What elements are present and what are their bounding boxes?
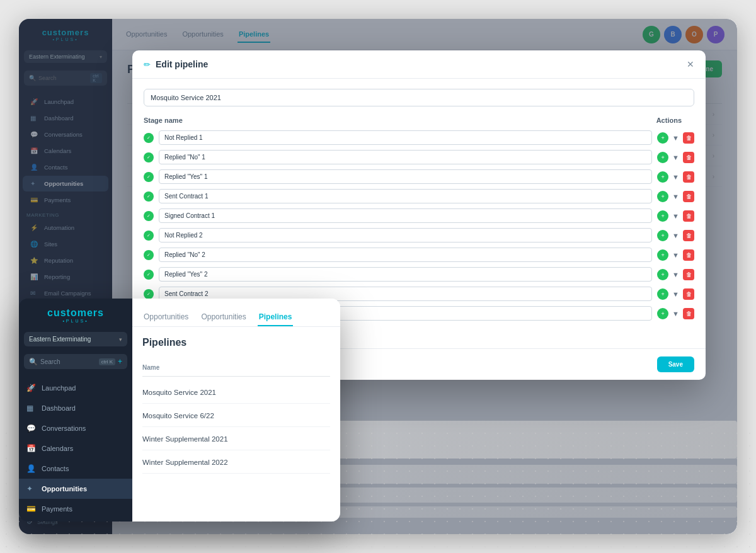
stage-delete-button[interactable]: 🗑 bbox=[683, 210, 694, 222]
stage-delete-button[interactable]: 🗑 bbox=[683, 230, 694, 241]
stage-input-8[interactable] bbox=[159, 267, 652, 282]
modal-close-button[interactable]: ✕ bbox=[687, 59, 694, 69]
float-nav-opportunities[interactable]: ✦ Opportunities bbox=[19, 479, 132, 499]
float-nav-label: Contacts bbox=[42, 465, 69, 472]
stage-filter-icon[interactable]: ▼ bbox=[672, 271, 679, 278]
float-logo: customers •PLUS• bbox=[19, 299, 132, 329]
float-nav-label: Launchpad bbox=[42, 384, 76, 392]
stage-add-button[interactable]: + bbox=[657, 132, 668, 144]
modal-save-button[interactable]: Save bbox=[657, 356, 694, 372]
float-location-text: Eastern Exterminating bbox=[29, 336, 119, 343]
stage-filter-icon[interactable]: ▼ bbox=[672, 232, 679, 239]
float-location-selector[interactable]: Eastern Exterminating ▾ bbox=[24, 332, 127, 346]
stage-delete-button[interactable]: 🗑 bbox=[683, 249, 694, 261]
stage-delete-button[interactable]: 🗑 bbox=[683, 191, 694, 202]
stage-actions-7: + ▼ 🗑 bbox=[657, 249, 694, 261]
stage-filter-icon[interactable]: ▼ bbox=[672, 310, 679, 317]
float-tab-pipelines[interactable]: Pipelines bbox=[258, 309, 294, 326]
stage-filter-icon[interactable]: ▼ bbox=[672, 251, 679, 259]
float-pipeline-row-2[interactable]: Mosquito Service 6/22 bbox=[142, 404, 330, 427]
float-launchpad-icon: 🚀 bbox=[26, 384, 37, 392]
stage-input-6[interactable] bbox=[159, 228, 652, 242]
float-pipeline-row-1[interactable]: Mosquito Service 2021 bbox=[142, 380, 330, 404]
stage-actions-6: + ▼ 🗑 bbox=[657, 230, 694, 241]
float-nav-conversations[interactable]: 💬 Conversations bbox=[19, 418, 132, 438]
float-search-bar[interactable]: 🔍 Search ctrl K + bbox=[24, 354, 127, 369]
stage-input-3[interactable] bbox=[159, 169, 652, 184]
stage-input-2[interactable] bbox=[159, 150, 652, 164]
stage-row-4: ✓ + ▼ 🗑 bbox=[144, 189, 694, 203]
stage-input-5[interactable] bbox=[159, 208, 652, 223]
float-add-icon[interactable]: + bbox=[118, 357, 122, 366]
stage-actions-5: + ▼ 🗑 bbox=[657, 210, 694, 222]
stage-check-icon: ✓ bbox=[144, 289, 154, 299]
stage-row-6: ✓ + ▼ 🗑 bbox=[144, 228, 694, 242]
stage-check-icon: ✓ bbox=[144, 172, 154, 182]
stage-check-icon: ✓ bbox=[144, 191, 154, 202]
float-page-title: Pipelines bbox=[142, 337, 330, 348]
stage-filter-icon[interactable]: ▼ bbox=[672, 134, 679, 142]
float-search-icon: 🔍 bbox=[29, 358, 38, 366]
float-nav-dashboard[interactable]: ▦ Dashboard bbox=[19, 398, 132, 418]
float-content: Pipelines Name Mosquito Service 2021 Mos… bbox=[132, 327, 340, 522]
stage-row-7: ✓ + ▼ 🗑 bbox=[144, 248, 694, 262]
stage-filter-icon[interactable]: ▼ bbox=[672, 290, 679, 298]
stage-add-button[interactable]: + bbox=[657, 152, 668, 163]
stage-check-icon: ✓ bbox=[144, 270, 154, 280]
float-tab-opportunities[interactable]: Opportunities bbox=[142, 309, 190, 326]
stage-add-button[interactable]: + bbox=[657, 210, 668, 222]
actions-label: Actions bbox=[656, 117, 694, 124]
stages-label: Stage name bbox=[144, 117, 183, 124]
float-pipeline-name: Winter Supplemental 2022 bbox=[142, 459, 228, 466]
pipeline-name-input[interactable] bbox=[144, 89, 694, 106]
float-pipeline-row-3[interactable]: Winter Supplemental 2021 bbox=[142, 427, 330, 450]
stage-input-1[interactable] bbox=[159, 130, 652, 145]
stage-delete-button[interactable]: 🗑 bbox=[683, 132, 694, 144]
stage-delete-button[interactable]: 🗑 bbox=[683, 152, 694, 163]
float-tab-opportunities2[interactable]: Opportunities bbox=[200, 309, 247, 326]
float-nav-label: Conversations bbox=[42, 425, 86, 432]
stage-row-8: ✓ + ▼ 🗑 bbox=[144, 267, 694, 282]
stage-add-button[interactable]: + bbox=[657, 191, 668, 202]
float-nav-contacts[interactable]: 👤 Contacts bbox=[19, 459, 132, 479]
stage-add-button[interactable]: + bbox=[657, 230, 668, 241]
stage-input-4[interactable] bbox=[159, 189, 652, 203]
float-nav-label: Dashboard bbox=[42, 404, 76, 412]
float-sidebar: customers •PLUS• Eastern Exterminating ▾… bbox=[19, 299, 132, 522]
stage-input-7[interactable] bbox=[159, 248, 652, 262]
stage-row-3: ✓ + ▼ 🗑 bbox=[144, 169, 694, 184]
float-logo-secondary: •PLUS• bbox=[26, 319, 125, 323]
stage-delete-button[interactable]: 🗑 bbox=[683, 269, 694, 280]
float-nav-calendars[interactable]: 📅 Calendars bbox=[19, 438, 132, 459]
stage-add-button[interactable]: + bbox=[657, 171, 668, 183]
modal-title-row: ✏ Edit pipeline bbox=[144, 59, 208, 69]
stage-actions-2: + ▼ 🗑 bbox=[657, 152, 694, 163]
stage-delete-button[interactable]: 🗑 bbox=[683, 171, 694, 183]
stage-filter-icon[interactable]: ▼ bbox=[672, 173, 679, 181]
float-logo-primary: customers bbox=[26, 307, 125, 319]
float-dashboard-icon: ▦ bbox=[26, 404, 37, 413]
stage-add-button[interactable]: + bbox=[657, 308, 668, 319]
stage-filter-icon[interactable]: ▼ bbox=[672, 212, 679, 220]
stage-add-button[interactable]: + bbox=[657, 269, 668, 280]
float-contacts-icon: 👤 bbox=[26, 464, 37, 473]
stage-row-2: ✓ + ▼ 🗑 bbox=[144, 150, 694, 164]
stage-actions-4: + ▼ 🗑 bbox=[657, 191, 694, 202]
stage-actions-9: + ▼ 🗑 bbox=[657, 288, 694, 300]
float-search-placeholder: Search bbox=[40, 358, 96, 365]
float-nav-label: Calendars bbox=[42, 445, 73, 452]
stage-filter-icon[interactable]: ▼ bbox=[672, 193, 679, 200]
stage-add-button[interactable]: + bbox=[657, 249, 668, 261]
float-nav-payments[interactable]: 💳 Payments bbox=[19, 499, 132, 519]
edit-icon: ✏ bbox=[144, 60, 151, 69]
float-pipeline-name: Mosquito Service 2021 bbox=[142, 389, 216, 396]
float-calendars-icon: 📅 bbox=[26, 444, 37, 453]
stage-delete-button[interactable]: 🗑 bbox=[683, 308, 694, 319]
stage-delete-button[interactable]: 🗑 bbox=[683, 288, 694, 300]
float-pipeline-row-4[interactable]: Winter Supplemental 2022 bbox=[142, 450, 330, 474]
stage-add-button[interactable]: + bbox=[657, 288, 668, 300]
stage-filter-icon[interactable]: ▼ bbox=[672, 154, 679, 161]
float-nav-launchpad[interactable]: 🚀 Launchpad bbox=[19, 378, 132, 398]
float-tabs: Opportunities Opportunities Pipelines bbox=[132, 299, 340, 327]
float-nav-label: Opportunities bbox=[42, 485, 87, 493]
